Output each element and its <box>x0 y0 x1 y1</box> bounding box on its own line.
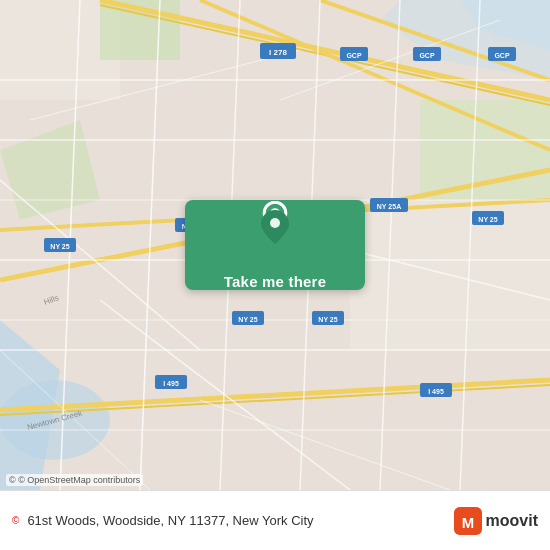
svg-line-11 <box>0 385 550 415</box>
moovit-text: moovit <box>486 512 538 530</box>
svg-line-24 <box>460 0 480 490</box>
svg-line-34 <box>30 50 300 120</box>
svg-rect-57 <box>312 311 344 325</box>
svg-rect-61 <box>420 383 452 397</box>
svg-rect-8 <box>420 100 550 200</box>
moovit-logo: M moovit <box>454 507 538 535</box>
bottom-bar: © 61st Woods, Woodside, NY 11377, New Yo… <box>0 490 550 550</box>
svg-text:GCP: GCP <box>346 52 362 59</box>
svg-text:Hills: Hills <box>43 293 60 307</box>
svg-line-10 <box>0 380 550 410</box>
svg-rect-55 <box>232 311 264 325</box>
address-text: 61st Woods, Woodside, NY 11377, New York… <box>27 513 445 528</box>
moovit-icon-svg: M <box>454 507 482 535</box>
svg-rect-6 <box>350 200 550 350</box>
svg-line-35 <box>280 20 500 100</box>
svg-line-13 <box>100 5 550 105</box>
svg-line-12 <box>100 0 550 100</box>
svg-marker-9 <box>0 120 100 220</box>
map-attribution: © © OpenStreetMap contributors <box>6 474 143 486</box>
svg-line-37 <box>200 400 450 490</box>
osm-copyright: © <box>12 515 19 526</box>
svg-rect-5 <box>0 0 120 100</box>
svg-rect-7 <box>100 0 180 60</box>
svg-line-20 <box>140 0 160 490</box>
svg-text:NY 25: NY 25 <box>318 316 337 323</box>
svg-text:NY 25A: NY 25A <box>377 203 401 210</box>
attribution-symbol: © <box>9 475 16 485</box>
svg-point-67 <box>270 218 280 228</box>
svg-rect-59 <box>155 375 187 389</box>
svg-text:NY 25: NY 25 <box>50 243 69 250</box>
svg-line-15 <box>320 0 550 80</box>
svg-text:NY 25: NY 25 <box>238 316 257 323</box>
svg-rect-47 <box>370 198 408 212</box>
svg-text:NY 25: NY 25 <box>478 216 497 223</box>
svg-point-2 <box>0 380 110 460</box>
svg-marker-3 <box>380 0 550 80</box>
svg-line-14 <box>200 0 550 150</box>
attribution-text: © OpenStreetMap contributors <box>18 475 140 485</box>
svg-text:Newtown Creek: Newtown Creek <box>26 408 84 432</box>
svg-line-36 <box>350 250 550 300</box>
pin-icon-graphic <box>261 210 289 244</box>
svg-text:I 278: I 278 <box>269 48 287 57</box>
svg-rect-43 <box>413 47 441 61</box>
map-container: I 278 GCP GCP GCP NY 25A NY 25A NY 25 NY… <box>0 0 550 490</box>
svg-text:I 495: I 495 <box>163 380 179 387</box>
svg-text:M: M <box>461 513 473 530</box>
svg-rect-53 <box>472 211 504 225</box>
svg-line-23 <box>380 0 400 490</box>
svg-rect-39 <box>260 43 296 59</box>
svg-line-38 <box>0 350 150 490</box>
take-me-there-label: Take me there <box>224 273 326 290</box>
svg-text:I 495: I 495 <box>428 388 444 395</box>
svg-rect-41 <box>340 47 368 61</box>
svg-line-17 <box>400 170 550 200</box>
svg-line-33 <box>100 300 350 490</box>
svg-text:GCP: GCP <box>419 52 435 59</box>
svg-line-19 <box>60 0 80 490</box>
svg-line-32 <box>0 180 200 350</box>
svg-rect-51 <box>44 238 76 252</box>
svg-marker-1 <box>0 320 60 490</box>
take-me-there-button[interactable]: Take me there <box>185 200 365 290</box>
svg-text:GCP: GCP <box>494 52 510 59</box>
svg-rect-45 <box>488 47 516 61</box>
svg-marker-4 <box>460 0 550 50</box>
